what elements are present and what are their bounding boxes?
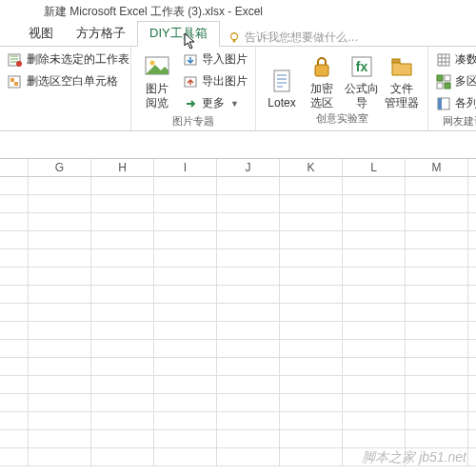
cell[interactable]	[343, 249, 406, 267]
cell[interactable]	[406, 340, 468, 357]
multi-area-button[interactable]: 多区域汇	[434, 72, 476, 90]
picture-view-button[interactable]: 图片 阅览	[137, 50, 177, 109]
cell[interactable]	[154, 249, 217, 267]
tab-partial-left[interactable]	[4, 40, 17, 46]
cell[interactable]	[406, 376, 468, 393]
cell[interactable]	[406, 304, 468, 321]
cell[interactable]	[29, 430, 91, 447]
cell[interactable]	[154, 412, 217, 429]
column-header[interactable]: M	[406, 159, 468, 176]
cell[interactable]	[280, 322, 343, 339]
cell[interactable]	[29, 213, 91, 230]
encrypt-selection-button[interactable]: 加密 选区	[302, 50, 342, 109]
cell[interactable]	[91, 448, 154, 466]
cell[interactable]	[91, 376, 154, 393]
cell[interactable]	[343, 304, 406, 321]
cell[interactable]	[29, 268, 91, 285]
column-header[interactable]	[0, 159, 29, 176]
cell[interactable]	[29, 358, 91, 375]
cell[interactable]	[280, 249, 343, 267]
cell[interactable]	[154, 340, 217, 357]
cell[interactable]	[406, 394, 468, 411]
cell[interactable]	[406, 358, 468, 375]
cell[interactable]	[91, 394, 154, 411]
cell[interactable]	[343, 177, 406, 194]
cell[interactable]	[217, 177, 280, 194]
cell[interactable]	[29, 304, 91, 321]
cell[interactable]	[29, 231, 91, 248]
cell[interactable]	[91, 213, 154, 230]
cell[interactable]	[154, 304, 217, 321]
cell[interactable]	[29, 195, 91, 212]
cell[interactable]	[154, 177, 217, 194]
cell[interactable]	[343, 268, 406, 285]
cell[interactable]	[406, 213, 468, 230]
cell[interactable]	[280, 177, 343, 194]
cell[interactable]	[154, 448, 217, 466]
cell[interactable]	[29, 249, 91, 267]
cell[interactable]	[280, 412, 343, 429]
cell[interactable]	[406, 430, 468, 447]
cell[interactable]	[154, 376, 217, 393]
cell[interactable]	[217, 448, 280, 466]
tab-ffgz[interactable]: 方方格子	[65, 22, 137, 46]
cell[interactable]	[217, 249, 280, 267]
cell[interactable]	[343, 412, 406, 429]
cell[interactable]	[217, 430, 280, 447]
cell[interactable]	[154, 195, 217, 212]
cell[interactable]	[406, 249, 468, 267]
cell[interactable]	[91, 286, 154, 303]
cell[interactable]	[217, 286, 280, 303]
cell[interactable]	[29, 394, 91, 411]
column-accumulate-button[interactable]: 各列累计	[434, 94, 476, 112]
cell[interactable]	[343, 358, 406, 375]
cell[interactable]	[280, 430, 343, 447]
cell[interactable]	[91, 412, 154, 429]
cell[interactable]	[217, 213, 280, 230]
cell[interactable]	[154, 268, 217, 285]
cell[interactable]	[91, 231, 154, 248]
cell[interactable]	[154, 231, 217, 248]
cell[interactable]	[154, 394, 217, 411]
delete-unselected-sheets-button[interactable]: 删除未选定的工作表	[6, 50, 131, 69]
column-header[interactable]: K	[280, 159, 343, 176]
cell[interactable]	[280, 448, 343, 466]
cell[interactable]	[280, 268, 343, 285]
cell[interactable]	[343, 340, 406, 357]
file-manager-button[interactable]: 文件 管理器	[382, 50, 422, 109]
cell[interactable]	[280, 286, 343, 303]
more-button[interactable]: 更多 ▼	[181, 94, 249, 112]
cell[interactable]	[406, 412, 468, 429]
cell[interactable]	[217, 322, 280, 339]
cell[interactable]	[91, 358, 154, 375]
cell[interactable]	[29, 322, 91, 339]
cell[interactable]	[406, 195, 468, 212]
cell[interactable]	[406, 177, 468, 194]
column-header[interactable]: J	[217, 159, 280, 176]
cell[interactable]	[91, 304, 154, 321]
cell[interactable]	[280, 304, 343, 321]
cell[interactable]	[154, 286, 217, 303]
cell[interactable]	[217, 195, 280, 212]
cell[interactable]	[154, 213, 217, 230]
export-picture-button[interactable]: 导出图片	[181, 72, 249, 90]
cell[interactable]	[91, 195, 154, 212]
cell[interactable]	[217, 268, 280, 285]
column-header[interactable]: H	[91, 159, 154, 176]
cell[interactable]	[280, 376, 343, 393]
cell[interactable]	[406, 448, 468, 466]
cell[interactable]	[29, 448, 91, 466]
cell[interactable]	[29, 177, 91, 194]
lotex-button[interactable]: Lotex	[262, 50, 302, 109]
delete-blank-cells-button[interactable]: 删选区空白单元格	[6, 72, 131, 90]
cell[interactable]	[406, 268, 468, 285]
spreadsheet[interactable]: G H I J K L M	[0, 158, 476, 466]
cell[interactable]	[343, 195, 406, 212]
cell[interactable]	[280, 195, 343, 212]
cell[interactable]	[343, 448, 406, 466]
cell[interactable]	[29, 286, 91, 303]
cell[interactable]	[280, 213, 343, 230]
cell[interactable]	[217, 231, 280, 248]
tell-me-search[interactable]: 告诉我您想要做什么…	[228, 30, 359, 46]
cell[interactable]	[343, 322, 406, 339]
